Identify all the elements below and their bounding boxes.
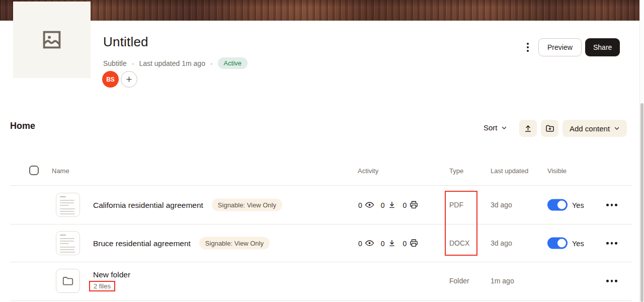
visible-label: Yes xyxy=(572,239,584,247)
new-folder-button[interactable] xyxy=(541,120,558,137)
divider xyxy=(10,300,632,301)
upload-button[interactable] xyxy=(519,120,537,137)
document-thumbnail[interactable] xyxy=(56,231,80,255)
download-icon xyxy=(387,239,396,248)
scrollbar-thumb[interactable] xyxy=(640,103,643,302)
sort-label: Sort xyxy=(484,123,498,132)
type-value: DOCX xyxy=(449,239,469,247)
last-updated-value: 3d ago xyxy=(491,239,512,247)
table-row-california-agreement[interactable]: California residential agreement Signabl… xyxy=(0,186,640,224)
document-name[interactable]: California residential agreement xyxy=(93,200,203,209)
column-header-activity[interactable]: Activity xyxy=(358,167,378,175)
views-count: 0 xyxy=(358,239,362,247)
row-menu-button[interactable] xyxy=(606,277,617,285)
chevron-down-icon xyxy=(501,125,507,131)
prints-count: 0 xyxy=(403,201,407,209)
select-all-checkbox[interactable] xyxy=(29,166,39,175)
scrollbar-track[interactable] xyxy=(639,0,644,302)
visible-toggle[interactable] xyxy=(547,199,568,211)
column-header-last-updated[interactable]: Last updated xyxy=(491,167,528,175)
meta-dot: · xyxy=(210,59,213,67)
type-value: Folder xyxy=(449,277,469,285)
printer-icon xyxy=(409,239,419,248)
section-title-home: Home xyxy=(10,121,35,131)
views-count: 0 xyxy=(358,201,362,209)
printer-icon xyxy=(409,200,419,210)
add-person-button[interactable] xyxy=(121,71,137,88)
folder-icon xyxy=(61,274,74,287)
visible-toggle[interactable] xyxy=(547,238,568,249)
signable-badge: Signable: View Only xyxy=(199,237,270,250)
last-updated-text: Last updated 1m ago xyxy=(139,59,205,67)
share-button[interactable]: Share xyxy=(585,38,620,56)
document-name[interactable]: Bruce residential agreement xyxy=(93,239,191,248)
column-header-type[interactable]: Type xyxy=(449,167,463,175)
image-placeholder-icon xyxy=(41,29,62,50)
visible-label: Yes xyxy=(572,201,584,209)
signable-badge: Signable: View Only xyxy=(212,199,282,211)
folder-thumbnail[interactable] xyxy=(56,269,80,293)
avatar-row: BS xyxy=(102,71,137,88)
preview-button[interactable]: Preview xyxy=(538,38,582,56)
chevron-down-icon xyxy=(614,125,620,131)
avatar[interactable]: BS xyxy=(102,71,119,88)
activity-stats: 0 0 0 xyxy=(358,239,419,248)
table-row-new-folder[interactable]: New folder 2 files Folder 1m ago xyxy=(0,262,640,300)
folder-name[interactable]: New folder xyxy=(93,270,130,279)
download-icon xyxy=(387,200,396,209)
column-header-name[interactable]: Name xyxy=(52,167,69,175)
wood-banner-image xyxy=(0,0,640,21)
cover-thumbnail[interactable] xyxy=(13,2,91,78)
downloads-count: 0 xyxy=(381,239,385,247)
subtitle-text[interactable]: Subtitle xyxy=(103,59,127,67)
add-content-label: Add content xyxy=(570,124,610,133)
eye-icon xyxy=(365,200,374,210)
column-header-visible[interactable]: Visible xyxy=(547,167,567,175)
activity-stats: 0 0 0 xyxy=(358,200,419,210)
meta-dot: · xyxy=(132,59,134,67)
file-count-annotated: 2 files xyxy=(89,281,115,291)
last-updated-value: 1m ago xyxy=(491,277,514,285)
eye-icon xyxy=(365,239,374,248)
prints-count: 0 xyxy=(403,239,407,247)
type-value: PDF xyxy=(449,201,463,209)
upload-icon xyxy=(523,124,533,133)
status-badge: Active xyxy=(218,57,248,69)
add-content-button[interactable]: Add content xyxy=(562,120,627,137)
last-updated-value: 3d ago xyxy=(491,201,512,209)
folder-plus-icon xyxy=(545,123,555,133)
document-thumbnail[interactable] xyxy=(56,193,80,217)
plus-icon xyxy=(125,76,133,83)
row-menu-button[interactable] xyxy=(606,239,617,248)
header-more-actions-button[interactable] xyxy=(523,41,533,53)
sort-button[interactable]: Sort xyxy=(484,123,507,132)
docsend-space-page: Untitled Subtitle · Last updated 1m ago … xyxy=(0,0,644,302)
meta-row: Subtitle · Last updated 1m ago · Active xyxy=(103,57,248,69)
downloads-count: 0 xyxy=(381,201,385,209)
table-row-bruce-agreement[interactable]: Bruce residential agreement Signable: Vi… xyxy=(0,224,640,262)
row-menu-button[interactable] xyxy=(606,201,617,209)
page-title: Untitled xyxy=(103,34,148,50)
